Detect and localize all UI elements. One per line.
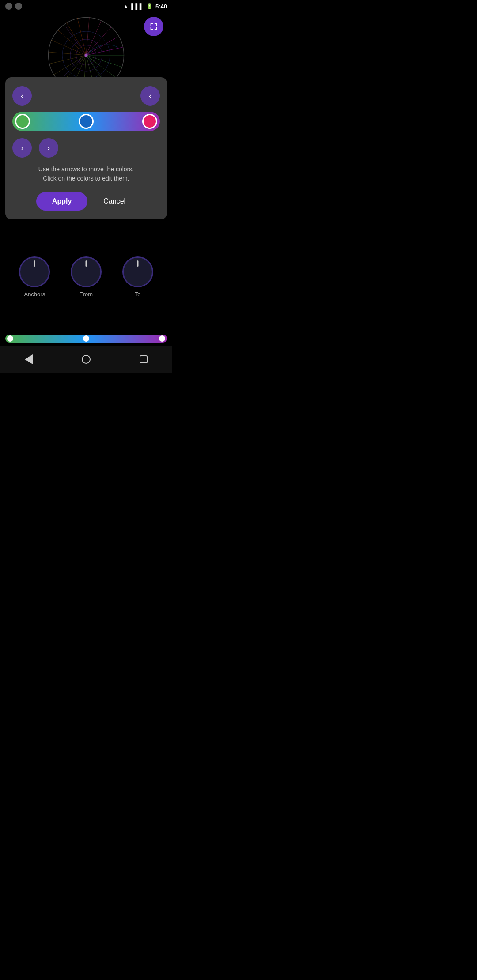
apply-button[interactable]: Apply (36, 192, 87, 211)
from-knob-item: From (71, 256, 102, 298)
status-time: 5:40 (155, 3, 167, 10)
from-label: From (80, 291, 93, 298)
color-thumb-blue[interactable] (79, 114, 94, 129)
svg-line-17 (86, 21, 101, 55)
from-knob[interactable] (71, 256, 102, 287)
cancel-button[interactable]: Cancel (93, 192, 136, 211)
svg-line-3 (86, 55, 116, 78)
to-knob[interactable] (122, 256, 153, 287)
forward-arrow-center[interactable]: › (39, 138, 58, 158)
recents-nav-button[interactable] (134, 350, 153, 369)
status-right: ▲ ▌▌▌ 🔋 5:40 (123, 3, 167, 10)
svg-line-18 (86, 27, 111, 55)
color-thumb-green[interactable] (15, 114, 30, 129)
svg-line-13 (57, 30, 86, 55)
svg-line-16 (86, 18, 89, 56)
forward-arrows-row: › › (12, 138, 160, 158)
instruction-line-2: Click on the colors to edit them. (12, 174, 160, 183)
back-arrow-left[interactable]: ‹ (12, 86, 32, 106)
status-left (5, 3, 22, 10)
bottom-color-strip[interactable] (5, 335, 167, 343)
back-arrow-right[interactable]: ‹ (140, 86, 160, 106)
fullscreen-button[interactable] (144, 17, 163, 36)
strip-thumb-left[interactable] (7, 335, 13, 342)
svg-line-9 (53, 55, 86, 75)
svg-line-20 (86, 47, 123, 55)
to-knob-item: To (122, 256, 153, 298)
sim-icon (5, 3, 12, 10)
svg-line-19 (86, 37, 118, 55)
svg-line-12 (51, 40, 86, 55)
recents-square-icon (140, 355, 148, 363)
status-bar: ▲ ▌▌▌ 🔋 5:40 (0, 0, 172, 12)
signal-icon: ▌▌▌ (131, 3, 144, 10)
svg-line-14 (66, 22, 86, 55)
svg-line-2 (86, 55, 122, 67)
strip-thumb-center[interactable] (83, 335, 89, 342)
battery-icon: 🔋 (146, 3, 153, 9)
instructions-text: Use the arrows to move the colors. Click… (12, 165, 160, 183)
anchors-label: Anchors (24, 291, 45, 298)
strip-thumb-right[interactable] (159, 335, 165, 342)
color-edit-dialog: ‹ ‹ › › Use the arrows to move the color… (5, 77, 167, 219)
bottom-navigation (0, 346, 172, 373)
action-buttons: Apply Cancel (12, 192, 160, 211)
wifi-icon: ▲ (123, 3, 129, 10)
home-circle-icon (82, 355, 91, 364)
color-gradient-slider[interactable] (12, 112, 160, 131)
forward-arrow-left[interactable]: › (12, 138, 32, 158)
knobs-area: Anchors From To (0, 252, 172, 302)
back-triangle-icon (25, 354, 33, 364)
color-thumb-pink[interactable] (142, 114, 157, 129)
to-label: To (135, 291, 141, 298)
back-nav-button[interactable] (19, 350, 38, 369)
anchors-knob-item: Anchors (19, 256, 50, 298)
svg-point-24 (84, 53, 87, 57)
back-arrows-row: ‹ ‹ (12, 86, 160, 106)
svg-line-15 (77, 18, 86, 55)
anchors-knob[interactable] (19, 256, 50, 287)
instruction-line-1: Use the arrows to move the colors. (12, 165, 160, 174)
svg-line-11 (49, 52, 87, 55)
clipboard-icon (15, 3, 22, 10)
home-nav-button[interactable] (76, 350, 96, 369)
